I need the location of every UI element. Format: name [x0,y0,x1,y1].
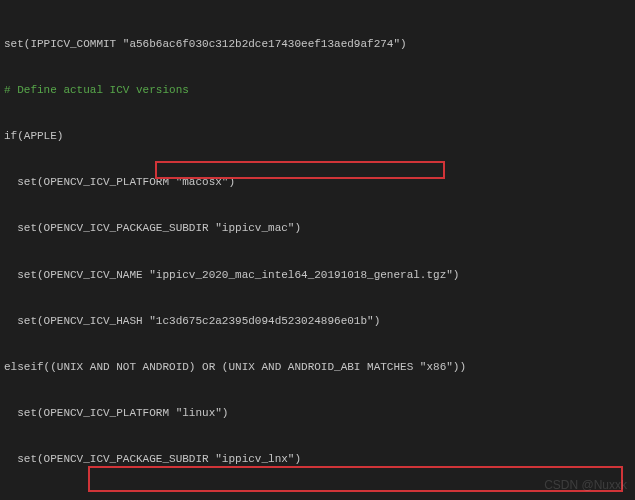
code-comment: # Define actual ICV versions [4,83,635,98]
code-line: set(IPPICV_COMMIT "a56b6ac6f030c312b2dce… [4,37,635,52]
code-line: set(OPENCV_ICV_NAME "ippicv_2020_mac_int… [4,268,635,283]
code-line: set(OPENCV_ICV_PACKAGE_SUBDIR "ippicv_ma… [4,221,635,236]
code-line: set(OPENCV_ICV_PLATFORM "linux") [4,406,635,421]
code-line: set(OPENCV_ICV_PACKAGE_SUBDIR "ippicv_ln… [4,452,635,467]
code-line: elseif((UNIX AND NOT ANDROID) OR (UNIX A… [4,360,635,375]
code-line: set(OPENCV_ICV_HASH "1c3d675c2a2395d094d… [4,314,635,329]
code-line: if(APPLE) [4,129,635,144]
code-block: set(IPPICV_COMMIT "a56b6ac6f030c312b2dce… [0,0,635,500]
code-line: set(OPENCV_ICV_PLATFORM "macosx") [4,175,635,190]
watermark: CSDN @Nuxxk [544,477,627,494]
